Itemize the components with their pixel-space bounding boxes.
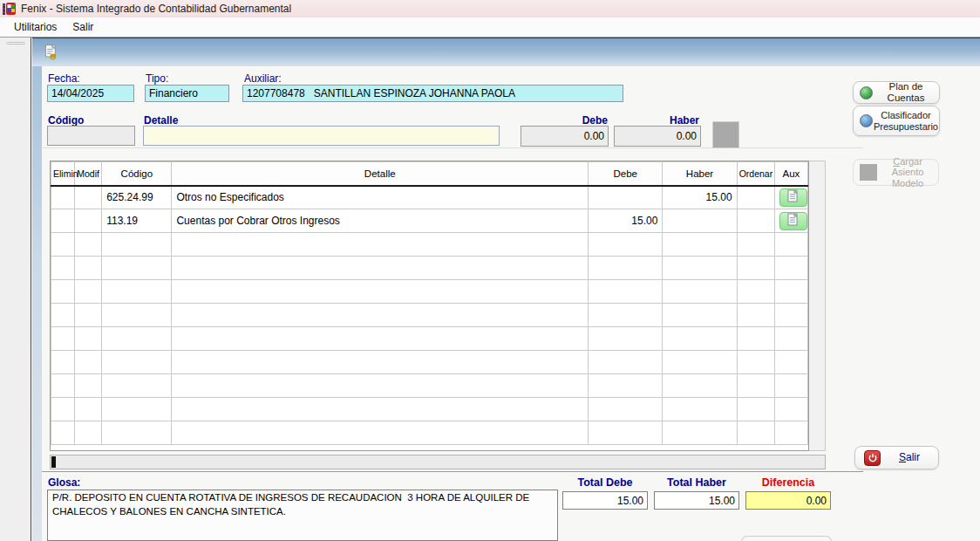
empty-table-row[interactable]: [51, 327, 808, 351]
empty-cell[interactable]: [774, 257, 807, 280]
tipo-input[interactable]: [145, 85, 229, 102]
empty-table-row[interactable]: [51, 233, 808, 257]
empty-cell[interactable]: [75, 257, 102, 280]
empty-cell[interactable]: [75, 398, 102, 421]
empty-cell[interactable]: [774, 280, 807, 304]
codigo-input[interactable]: [47, 126, 135, 146]
empty-table-row[interactable]: [51, 374, 808, 398]
empty-cell[interactable]: [589, 398, 663, 421]
empty-cell[interactable]: [737, 304, 774, 327]
empty-cell[interactable]: [172, 280, 589, 304]
menu-salir[interactable]: Salir: [65, 18, 100, 36]
empty-cell[interactable]: [737, 327, 774, 351]
empty-cell[interactable]: [75, 421, 102, 445]
empty-cell[interactable]: [663, 374, 737, 398]
empty-table-row[interactable]: [51, 398, 808, 421]
empty-cell[interactable]: [774, 421, 807, 445]
empty-cell[interactable]: [774, 304, 807, 327]
empty-cell[interactable]: [774, 327, 807, 351]
empty-cell[interactable]: [663, 398, 737, 421]
empty-cell[interactable]: [172, 304, 589, 327]
empty-cell[interactable]: [75, 233, 102, 257]
table-row[interactable]: 625.24.99 Otros no Especificados 15.00: [51, 186, 808, 209]
ordenar-cell[interactable]: [737, 186, 774, 209]
debe-input[interactable]: [521, 126, 609, 147]
empty-cell[interactable]: [774, 398, 807, 421]
empty-cell[interactable]: [51, 304, 75, 327]
aux-document-button[interactable]: [779, 188, 807, 207]
empty-cell[interactable]: [51, 398, 75, 421]
empty-cell[interactable]: [589, 327, 663, 351]
empty-cell[interactable]: [663, 351, 737, 374]
empty-cell[interactable]: [589, 351, 663, 374]
empty-cell[interactable]: [51, 257, 75, 280]
modif-cell[interactable]: [75, 209, 102, 233]
empty-cell[interactable]: [102, 398, 172, 421]
empty-cell[interactable]: [102, 351, 172, 374]
empty-cell[interactable]: [737, 233, 774, 257]
empty-cell[interactable]: [51, 351, 75, 374]
empty-table-row[interactable]: [51, 257, 808, 280]
empty-cell[interactable]: [102, 327, 172, 351]
empty-cell[interactable]: [51, 421, 75, 445]
detalle-input[interactable]: [143, 126, 500, 146]
empty-cell[interactable]: [589, 421, 663, 445]
ordenar-cell[interactable]: [737, 209, 774, 233]
empty-cell[interactable]: [737, 257, 774, 280]
empty-cell[interactable]: [663, 421, 737, 445]
empty-cell[interactable]: [102, 257, 172, 280]
panel-grip[interactable]: [6, 42, 25, 45]
auxiliar-input[interactable]: [242, 85, 623, 102]
empty-cell[interactable]: [737, 398, 774, 421]
empty-cell[interactable]: [663, 280, 737, 304]
empty-cell[interactable]: [663, 304, 737, 327]
empty-cell[interactable]: [172, 351, 589, 374]
empty-cell[interactable]: [51, 374, 75, 398]
fecha-input[interactable]: [47, 85, 134, 102]
empty-cell[interactable]: [774, 351, 807, 374]
empty-cell[interactable]: [102, 304, 172, 327]
empty-cell[interactable]: [102, 233, 172, 257]
scrollbar-thumb[interactable]: [51, 456, 56, 468]
empty-cell[interactable]: [172, 233, 589, 257]
empty-cell[interactable]: [589, 280, 663, 304]
left-side-panel[interactable]: [0, 38, 31, 541]
menu-utilitarios[interactable]: Utilitarios: [7, 18, 64, 36]
plan-de-cuentas-button[interactable]: Plan de Cuentas: [853, 81, 940, 104]
empty-cell[interactable]: [102, 280, 172, 304]
empty-cell[interactable]: [774, 374, 807, 398]
elimin-cell[interactable]: [51, 209, 75, 233]
empty-table-row[interactable]: [51, 304, 808, 327]
haber-input[interactable]: [614, 126, 701, 147]
empty-cell[interactable]: [589, 374, 663, 398]
empty-cell[interactable]: [172, 374, 589, 398]
glosa-textarea[interactable]: P/R. DEPOSITO EN CUENTA ROTATIVA DE INGR…: [47, 490, 558, 541]
empty-cell[interactable]: [172, 327, 589, 351]
empty-cell[interactable]: [75, 374, 102, 398]
empty-cell[interactable]: [172, 398, 589, 421]
empty-cell[interactable]: [172, 421, 589, 445]
empty-table-row[interactable]: [51, 421, 808, 445]
empty-table-row[interactable]: [51, 351, 808, 374]
elimin-cell[interactable]: [51, 186, 75, 209]
empty-table-row[interactable]: [51, 280, 808, 304]
empty-cell[interactable]: [75, 327, 102, 351]
empty-cell[interactable]: [172, 257, 589, 280]
empty-cell[interactable]: [102, 374, 172, 398]
empty-cell[interactable]: [589, 257, 663, 280]
empty-cell[interactable]: [75, 304, 102, 327]
empty-cell[interactable]: [774, 233, 807, 257]
empty-cell[interactable]: [737, 374, 774, 398]
empty-cell[interactable]: [663, 327, 737, 351]
empty-cell[interactable]: [737, 351, 774, 374]
horizontal-scrollbar[interactable]: [50, 455, 826, 469]
empty-cell[interactable]: [51, 233, 75, 257]
empty-cell[interactable]: [663, 233, 737, 257]
empty-cell[interactable]: [51, 327, 75, 351]
table-row[interactable]: 113.19 Cuentas por Cobrar Otros Ingresos…: [51, 209, 808, 233]
aux-document-button[interactable]: [779, 212, 807, 230]
empty-cell[interactable]: [51, 280, 75, 304]
empty-cell[interactable]: [75, 351, 102, 374]
empty-cell[interactable]: [589, 304, 663, 327]
modif-cell[interactable]: [75, 186, 102, 209]
